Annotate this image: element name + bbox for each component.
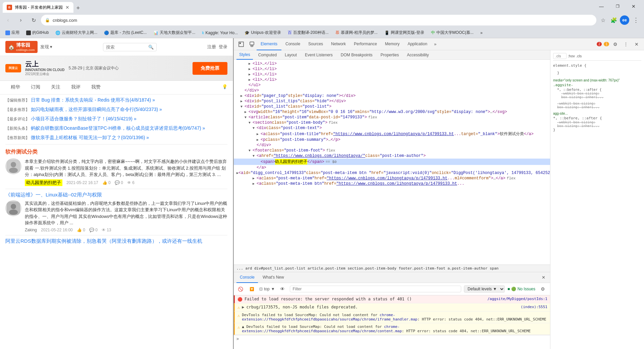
dom-line[interactable]: ▼ <article class="post-item" data-post-i… [234,115,550,120]
dom-line[interactable]: ▼ <footer class="post-item-foot" > flex [234,148,550,153]
bookmark-apps[interactable]: 应用 [3,29,22,36]
post-link[interactable]: 日常 Bug 排查：系统失去响应 - Redis 使用不当(4/8/1874) … [31,97,155,103]
expand-arrow[interactable]: ▶ [249,72,253,76]
console-context-selector[interactable]: ⊡ top ▼ [259,287,275,291]
dom-line[interactable]: ▼ <section class="post-item-body" > flex [234,120,550,125]
tab-application[interactable]: Application [404,38,431,50]
dom-line[interactable]: ▶ <li>…</li> [234,61,550,66]
styles-cls-label[interactable]: .cls [576,54,582,58]
forward-button[interactable]: › [15,15,26,25]
expand-arrow[interactable]: ▶ [257,132,261,136]
expand-arrow[interactable]: ▶ [249,67,253,71]
styles-tab-accessibility[interactable]: Accessibility [404,50,431,60]
tab-elements[interactable]: Elements [257,38,281,50]
article3-title-link[interactable]: 阿里云RDS数据库到期实例被清除，别急着哭（阿里没有删库跑路），或许还有一线生机 [5,238,202,244]
source-link[interactable]: chrome-extension://fheoggkfdfchfphceeifd… [242,313,417,322]
bookmark-yunnan[interactable]: 🌐 云南财经大学上网... [53,29,100,36]
dom-line[interactable]: ▼ <div class="post-item-text" > [234,125,550,131]
styles-tab-layout[interactable]: Layout [282,50,300,60]
dom-line[interactable]: ▶ <div id="pager_top" style="display: no… [234,93,550,99]
bookmark-kaggle[interactable]: k Kaggle: Your Ho... [199,30,240,36]
search-area[interactable]: 🔍 [103,43,157,51]
dom-line[interactable]: ▶ <li>…</li> [234,72,550,77]
expand-arrow[interactable]: ▼ [240,105,245,109]
site-logo[interactable]: 🏠 博客园 cnblogs.com [5,41,38,53]
expand-arrow[interactable]: ▶ [240,99,245,103]
console-settings-button[interactable]: ⚙ [538,284,547,294]
dom-line[interactable]: ▶ <div id="post_list_tips" class="hide" … [234,99,550,104]
login-button[interactable]: 登录 [219,44,227,50]
dom-line[interactable]: ▶ <a class="post-meta-item" href="https:… [234,176,550,181]
bookmark-wangke[interactable]: 📱 网课堂网页版-登录 [382,29,427,36]
source-link2[interactable]: chrome-extension://fheoggkfdfchfphceeifd… [242,325,402,333]
expand-arrow[interactable]: ▶ [249,78,253,82]
banner-cta-button[interactable]: 免费抢票 [193,62,227,75]
error-source-link[interactable]: /aggsite/MyDigged/postIds:1 [487,297,547,301]
post-link[interactable]: 蚂蚁自研数据库OceanBase登顶TPC-H榜单，核心成员提文讲述背后思考(0… [31,125,205,131]
post-link[interactable]: 小项目不适合微服务？别扯犊子了！(46/15/4219) » [31,116,137,121]
new-tab-button[interactable]: + [73,3,83,13]
back-button[interactable]: ‹ [3,15,13,25]
bookmark-more[interactable]: » [478,30,485,36]
bookmark-mooc[interactable]: 中 中国大学MOOC(慕... [428,29,476,36]
console-input[interactable] [241,337,547,341]
devtools-settings-button[interactable]: ⚙ [610,40,620,49]
register-button[interactable]: 注册 [207,44,216,50]
expand-arrow[interactable]: ▼ [249,121,253,125]
dom-line[interactable]: ▶ <a id="digg_control_14799133" class="p… [234,170,550,176]
bulb-icon[interactable]: 💡 [222,81,227,94]
expand-arrow[interactable]: ▶ [249,62,253,66]
tab-sources[interactable]: Sources [304,38,327,50]
expand-arrow[interactable]: ▶ [240,94,245,98]
search-input[interactable] [106,45,146,50]
dom-line[interactable]: ▶ <a class="post-item-title" href="https… [234,131,550,137]
dom-line[interactable]: </a> [234,165,550,170]
ext-puzzle-button[interactable]: 🧩 [609,15,619,25]
devtools-more-options-button[interactable]: ⋮ [621,40,631,49]
star-button[interactable]: ☆ [598,15,608,25]
restore-button[interactable]: ❐ [610,1,625,12]
console-eye-button[interactable]: 👁 [278,284,287,294]
console-filter-input[interactable] [290,286,461,292]
tab-memory[interactable]: Memory [381,38,404,50]
dom-line-selected[interactable]: <span> 幼儿园里的扫把子 </span> == $0 [234,159,550,165]
tab-performance[interactable]: Performance [350,38,381,50]
nav-guanzhu[interactable]: 关注 [46,81,66,94]
console-clear-button[interactable]: 🚫 [236,285,245,293]
tab-close-btn[interactable]: ✕ [65,5,69,10]
minimize-button[interactable]: — [594,1,609,12]
expand-arrow[interactable]: ▶ [257,138,261,142]
styles-tab-event[interactable]: Event Listeners [302,50,335,60]
devtools-close-button[interactable]: ✕ [632,40,641,49]
address-box[interactable]: 🔒 cnblogs.com [41,15,596,25]
bookmark-github[interactable]: 的GitHub [23,29,51,36]
styles-tab-active[interactable]: Styles [236,50,253,60]
expand-arrow[interactable]: ▼ [245,116,249,119]
bookmark-leetcode[interactable]: 🔵 题库 - 力扣 (LeetC... [101,29,149,36]
styles-hov-label[interactable]: :hov [568,54,575,58]
tab-console[interactable]: Console [281,38,304,50]
styles-tab-computed[interactable]: Computed [256,50,279,60]
search-icon[interactable]: 🔍 [148,45,154,50]
dom-line[interactable]: </ul> [234,82,550,88]
console-level-select[interactable]: Default levels ▼ [464,285,505,293]
close-window-button[interactable]: ✕ [626,1,641,12]
expand-arrow[interactable]: ▼ [249,149,253,153]
reload-button[interactable]: ↻ [28,15,39,25]
bookmark-unipus[interactable]: 🎓 Unipus-欢迎登录 [242,29,283,36]
dom-line[interactable]: ▶ <li>…</li> [234,66,550,72]
bookmark-imooc[interactable]: 慕 慕课网-程序员的梦... [333,29,380,36]
inspect-element-button[interactable] [236,40,246,49]
expand-button[interactable]: ▶ [242,305,244,309]
expand-arrow[interactable]: ▶ [245,110,249,114]
nav-wozan[interactable]: 我赞 [86,81,106,94]
menu-button[interactable]: ⋮ [631,15,641,25]
expand-arrow[interactable]: ▶ [253,176,257,180]
expand-arrow[interactable]: ▼ [253,154,257,158]
devtools-more-tabs[interactable]: » [431,42,439,47]
warning-source-link[interactable]: (index):5551 [521,305,547,309]
dom-line[interactable]: ▼ <a href="https://www.cnblogs.com/lihon… [234,153,550,159]
profile-button[interactable]: ee [620,15,629,25]
dom-line[interactable]: ▶ <svg width="16" height="16" viewBox="0… [234,109,550,115]
post-link[interactable]: 如闪电划破雨夜，这些开源项目瞬间点亮了命令行(5/40/2373) » [31,107,162,112]
